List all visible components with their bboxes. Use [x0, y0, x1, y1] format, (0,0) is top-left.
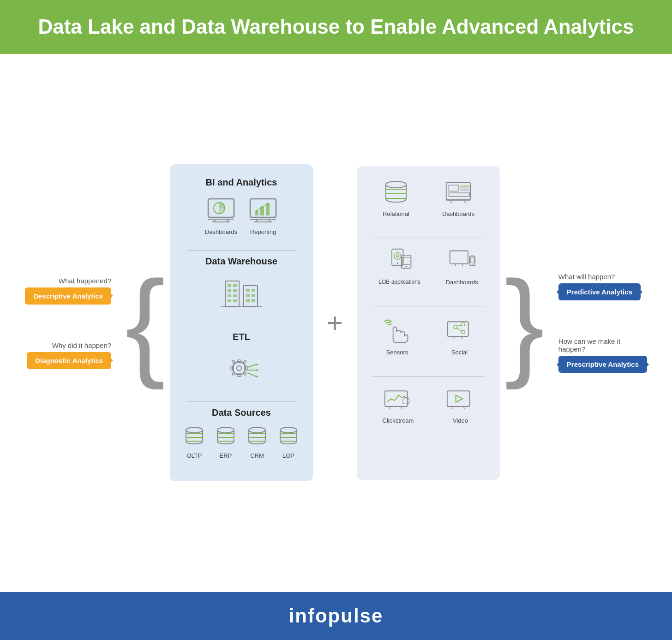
social-icon [446, 316, 474, 345]
erp-item: ERP [216, 425, 236, 459]
dashboards-icon-item: Dashboards [205, 195, 237, 235]
svg-rect-27 [246, 289, 250, 292]
svg-point-58 [249, 427, 265, 433]
right-divider-1 [372, 238, 485, 238]
diagnostic-bubble: Diagnostic Analytics [27, 352, 111, 369]
svg-rect-30 [252, 294, 255, 297]
dashboards-label: Dashboards [205, 228, 237, 235]
etl-title: ETL [233, 332, 250, 342]
svg-line-72 [450, 201, 452, 203]
svg-point-91 [472, 264, 473, 265]
right-dashboards-icon-2 [448, 247, 476, 275]
svg-rect-24 [233, 294, 237, 297]
right-dashboards-item-2: Dashboards [446, 247, 478, 286]
page-title: Data Lake and Data Warehouse to Enable A… [37, 15, 635, 39]
svg-rect-41 [243, 360, 246, 364]
right-row-2: LOB applications Das [366, 247, 491, 286]
svg-point-35 [237, 366, 241, 371]
lop-label: LOP [282, 452, 294, 459]
right-row-4: Clickstream Video [366, 386, 491, 424]
clickstream-item: Clickstream [383, 386, 414, 424]
left-panel: BI and Analytics [170, 164, 313, 481]
crm-icon [247, 425, 267, 449]
brand: infopulse [13, 605, 659, 627]
prescriptive-annotation: How can we make it happen? Prescriptive … [558, 337, 647, 373]
svg-point-50 [186, 427, 203, 433]
diagnostic-annotation: Why did it happen? Diagnostic Analytics [27, 341, 111, 369]
crm-item: CRM [247, 425, 267, 459]
data-sources-section: Data Sources OLTP [181, 407, 302, 459]
oltp-item: OLTP [184, 425, 204, 459]
oltp-label: OLTP [186, 452, 202, 459]
svg-rect-40 [232, 360, 235, 364]
predictive-bubble: Predictive Analytics [558, 283, 641, 300]
svg-rect-43 [243, 372, 246, 376]
data-warehouse-icon [221, 274, 262, 311]
data-warehouse-section: Data Warehouse [181, 256, 302, 311]
right-dashboards-label-2: Dashboards [446, 279, 478, 286]
descriptive-annotation: What happened? Descriptive Analytics [25, 277, 111, 305]
divider-1 [187, 250, 296, 251]
video-item: Video [446, 386, 474, 424]
sensors-label: Sensors [386, 349, 408, 356]
svg-point-80 [394, 252, 401, 259]
svg-rect-90 [470, 257, 474, 263]
svg-line-73 [464, 201, 466, 203]
svg-rect-18 [244, 286, 258, 306]
svg-line-44 [247, 365, 256, 367]
right-dashboards-label-1: Dashboards [442, 210, 474, 217]
svg-rect-31 [246, 299, 250, 302]
svg-rect-105 [447, 391, 470, 407]
svg-rect-17 [225, 281, 239, 306]
svg-point-79 [396, 263, 398, 264]
prescriptive-bubble: Prescriptive Analytics [558, 356, 647, 373]
bi-analytics-section: BI and Analytics [181, 177, 302, 235]
svg-point-47 [256, 364, 258, 365]
svg-point-81 [396, 255, 399, 257]
svg-rect-74 [449, 185, 458, 191]
relational-icon [382, 179, 410, 207]
erp-label: ERP [220, 452, 232, 459]
brand-text: infopulse [289, 605, 384, 627]
right-row-1: Relational [366, 179, 491, 217]
sensors-icon [384, 316, 411, 345]
svg-rect-13 [266, 203, 270, 215]
plus-sign: + [327, 307, 343, 339]
svg-rect-42 [232, 372, 235, 376]
svg-line-100 [457, 328, 461, 331]
data-sources-icons-row: OLTP ERP [181, 425, 302, 459]
svg-point-14 [256, 210, 258, 212]
header: Data Lake and Data Warehouse to Enable A… [0, 0, 672, 54]
lop-icon [278, 425, 299, 449]
relational-label: Relational [383, 210, 409, 217]
boxes-container: { BI and Analytics [125, 164, 545, 481]
right-panel: Relational [357, 166, 500, 480]
etl-icon [223, 350, 260, 387]
reporting-label: Reporting [250, 228, 276, 235]
crm-label: CRM [250, 452, 264, 459]
descriptive-bubble: Descriptive Analytics [25, 287, 111, 305]
oltp-icon [184, 425, 204, 449]
right-row-3: Sensors [366, 316, 491, 356]
data-sources-title: Data Sources [212, 407, 271, 418]
prescriptive-question: How can we make it happen? [558, 337, 632, 353]
divider-2 [187, 326, 296, 326]
lob-label: LOB applications [378, 279, 420, 285]
reporting-icon [248, 195, 278, 225]
svg-rect-22 [233, 289, 237, 292]
right-dashboards-icon-1 [444, 179, 472, 207]
svg-marker-109 [456, 395, 463, 402]
reporting-icon-item: Reporting [248, 195, 278, 235]
svg-point-66 [386, 181, 406, 188]
main-content: What happened? Descriptive Analytics Why… [0, 54, 672, 592]
svg-point-96 [453, 325, 457, 329]
svg-point-84 [405, 266, 407, 267]
svg-rect-21 [228, 289, 231, 292]
video-icon [446, 386, 474, 413]
svg-point-15 [261, 206, 263, 208]
svg-point-97 [461, 323, 465, 326]
svg-point-98 [461, 330, 465, 334]
social-item: Social [446, 316, 474, 356]
left-annotations: What happened? Descriptive Analytics Why… [25, 277, 111, 369]
svg-line-99 [457, 325, 461, 326]
